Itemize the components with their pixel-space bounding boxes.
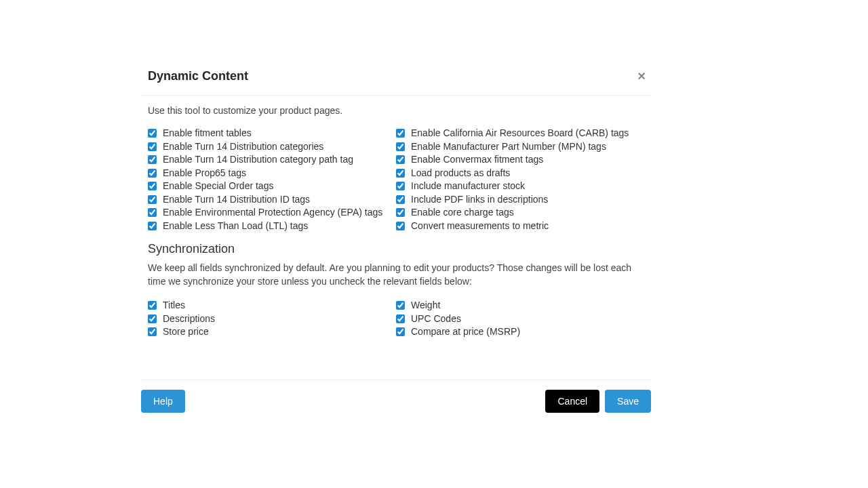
option-label: Enable core charge tags: [411, 206, 514, 220]
option-checkbox-carb-tags[interactable]: [396, 129, 405, 138]
sync-label: Compare at price (MSRP): [411, 325, 520, 339]
option-row: Convert measurements to metric: [396, 220, 644, 233]
option-label: Enable Convermax fitment tags: [411, 153, 543, 167]
sync-checkbox-store-price[interactable]: [148, 327, 157, 336]
modal-body: Use this tool to customize your product …: [141, 96, 651, 352]
sync-label: UPC Codes: [411, 312, 461, 326]
sync-label: Store price: [163, 325, 209, 339]
option-row: Enable Less Than Load (LTL) tags: [148, 220, 396, 233]
option-label: Enable Special Order tags: [163, 180, 273, 193]
sync-label: Descriptions: [163, 312, 215, 326]
option-row: Load products as drafts: [396, 167, 644, 180]
option-label: Enable fitment tables: [163, 127, 252, 140]
option-label: Enable Prop65 tags: [163, 167, 246, 180]
option-label: Load products as drafts: [411, 167, 510, 180]
sync-row: Store price: [148, 325, 396, 339]
option-checkbox-core-charge[interactable]: [396, 208, 405, 217]
option-checkbox-t14-categories[interactable]: [148, 142, 157, 151]
option-label: Enable Turn 14 Distribution categories: [163, 140, 323, 154]
cancel-button[interactable]: Cancel: [545, 390, 599, 413]
option-row: Enable Turn 14 Distribution category pat…: [148, 153, 396, 167]
intro-text: Use this tool to customize your product …: [148, 105, 644, 116]
dynamic-content-modal: Dynamic Content × Use this tool to custo…: [141, 60, 651, 413]
sync-checkbox-compare-price[interactable]: [396, 327, 405, 336]
option-row: Include manufacturer stock: [396, 180, 644, 193]
option-checkbox-load-drafts[interactable]: [396, 169, 405, 178]
option-checkbox-mpn-tags[interactable]: [396, 142, 405, 151]
option-label: Enable Less Than Load (LTL) tags: [163, 220, 308, 233]
option-checkbox-manufacturer-stock[interactable]: [396, 182, 405, 190]
modal-header: Dynamic Content ×: [141, 60, 651, 96]
option-label: Enable Turn 14 Distribution category pat…: [163, 153, 353, 167]
option-label: Enable California Air Resources Board (C…: [411, 127, 629, 140]
option-row: Enable Convermax fitment tags: [396, 153, 644, 167]
options-columns: Enable fitment tables Enable Turn 14 Dis…: [148, 127, 644, 232]
option-row: Enable Environmental Protection Agency (…: [148, 206, 396, 220]
option-row: Enable California Air Resources Board (C…: [396, 127, 644, 140]
close-icon[interactable]: ×: [632, 66, 651, 85]
sync-row: Titles: [148, 299, 396, 312]
sync-title: Synchronization: [148, 242, 644, 256]
option-row: Enable Special Order tags: [148, 180, 396, 193]
option-label: Include PDF links in descriptions: [411, 193, 548, 207]
option-row: Enable Turn 14 Distribution ID tags: [148, 193, 396, 207]
footer-right-group: Cancel Save: [545, 390, 651, 413]
modal-title: Dynamic Content: [148, 69, 248, 83]
sync-row: UPC Codes: [396, 312, 644, 326]
options-col-left: Enable fitment tables Enable Turn 14 Dis…: [148, 127, 396, 232]
option-row: Enable Manufacturer Part Number (MPN) ta…: [396, 140, 644, 154]
help-button[interactable]: Help: [141, 390, 185, 413]
sync-description: We keep all fields synchronized by defau…: [148, 262, 644, 288]
option-checkbox-t14-id-tags[interactable]: [148, 195, 157, 204]
option-row: Enable fitment tables: [148, 127, 396, 140]
sync-checkbox-upc[interactable]: [396, 314, 405, 323]
option-label: Enable Manufacturer Part Number (MPN) ta…: [411, 140, 606, 154]
sync-row: Compare at price (MSRP): [396, 325, 644, 339]
modal-footer: Help Cancel Save: [141, 380, 651, 413]
option-row: Enable Turn 14 Distribution categories: [148, 140, 396, 154]
option-label: Enable Environmental Protection Agency (…: [163, 206, 382, 220]
options-col-right: Enable California Air Resources Board (C…: [396, 127, 644, 232]
option-checkbox-metric[interactable]: [396, 222, 405, 230]
sync-label: Weight: [411, 299, 440, 312]
sync-columns: Titles Descriptions Store price Weight: [148, 299, 644, 339]
sync-row: Weight: [396, 299, 644, 312]
option-row: Enable Prop65 tags: [148, 167, 396, 180]
sync-row: Descriptions: [148, 312, 396, 326]
option-row: Enable core charge tags: [396, 206, 644, 220]
option-checkbox-prop65[interactable]: [148, 169, 157, 178]
sync-label: Titles: [163, 299, 185, 312]
option-checkbox-ltl-tags[interactable]: [148, 222, 157, 230]
sync-col-left: Titles Descriptions Store price: [148, 299, 396, 339]
option-checkbox-special-order[interactable]: [148, 182, 157, 190]
option-checkbox-fitment-tables[interactable]: [148, 129, 157, 138]
option-row: Include PDF links in descriptions: [396, 193, 644, 207]
sync-checkbox-weight[interactable]: [396, 301, 405, 310]
option-checkbox-convermax[interactable]: [396, 155, 405, 164]
option-checkbox-t14-category-path-tag[interactable]: [148, 155, 157, 164]
option-label: Enable Turn 14 Distribution ID tags: [163, 193, 310, 207]
sync-checkbox-titles[interactable]: [148, 301, 157, 310]
option-checkbox-pdf-links[interactable]: [396, 195, 405, 204]
sync-col-right: Weight UPC Codes Compare at price (MSRP): [396, 299, 644, 339]
save-button[interactable]: Save: [605, 390, 651, 413]
option-label: Convert measurements to metric: [411, 220, 549, 233]
sync-checkbox-descriptions[interactable]: [148, 314, 157, 323]
option-checkbox-epa-tags[interactable]: [148, 208, 157, 217]
option-label: Include manufacturer stock: [411, 180, 525, 193]
